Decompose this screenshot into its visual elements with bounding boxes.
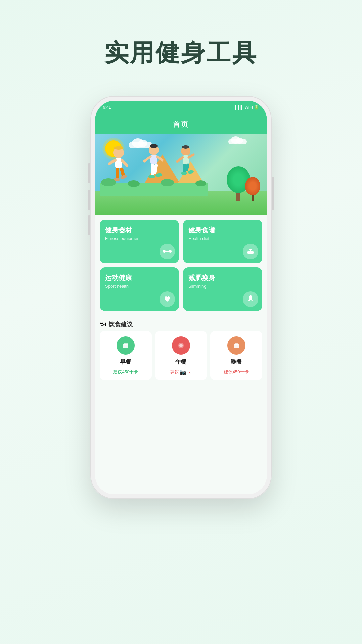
svg-point-43 bbox=[179, 344, 183, 347]
phone-outer: 9:41 ▌▌▌ WiFi 🔋 首页 bbox=[90, 96, 272, 499]
svg-point-34 bbox=[169, 250, 172, 253]
breakfast-kcal: 建议450千卡 bbox=[113, 369, 138, 375]
svg-point-31 bbox=[161, 179, 174, 186]
lunch-card[interactable]: 午餐 建议 📷 卡 bbox=[155, 331, 207, 380]
svg-rect-2 bbox=[116, 146, 121, 149]
svg-point-32 bbox=[195, 180, 206, 186]
svg-rect-41 bbox=[124, 343, 128, 345]
menu-grid: 健身器材 Fitness equipment bbox=[95, 215, 267, 316]
diet-section-icon: 🍽 bbox=[100, 321, 106, 328]
health-diet-title-zh: 健身食谱 bbox=[188, 226, 257, 235]
diet-section-title: 饮食建议 bbox=[108, 320, 133, 328]
sport-health-card[interactable]: 运动健康 Sport health bbox=[100, 267, 179, 311]
phone-mockup: 9:41 ▌▌▌ WiFi 🔋 首页 bbox=[90, 96, 272, 499]
sport-health-icon bbox=[160, 291, 175, 307]
fitness-equipment-icon bbox=[160, 244, 175, 259]
health-diet-title-en: Health diet bbox=[188, 236, 257, 241]
breakfast-name: 早餐 bbox=[120, 358, 131, 366]
svg-point-18 bbox=[155, 173, 162, 177]
breakfast-icon bbox=[117, 336, 135, 355]
sport-health-title-en: Sport health bbox=[105, 284, 174, 289]
slimming-icon bbox=[243, 291, 258, 307]
status-bar: 9:41 ▌▌▌ WiFi 🔋 bbox=[95, 101, 267, 114]
svg-point-20 bbox=[182, 145, 189, 149]
fitness-equipment-title-en: Fitness equipment bbox=[105, 236, 174, 241]
svg-rect-28 bbox=[100, 183, 208, 196]
svg-point-30 bbox=[128, 180, 140, 187]
time-label: 9:41 bbox=[103, 105, 111, 110]
dinner-kcal: 建议450千卡 bbox=[224, 369, 249, 375]
dinner-name: 晚餐 bbox=[231, 358, 242, 366]
lunch-camera-icon: 📷 bbox=[180, 369, 186, 375]
svg-rect-45 bbox=[235, 343, 238, 345]
app-header-title: 首页 bbox=[173, 119, 189, 129]
fitness-equipment-card[interactable]: 健身器材 Fitness equipment bbox=[100, 220, 179, 263]
svg-rect-38 bbox=[249, 249, 252, 250]
slimming-card[interactable]: 减肥瘦身 Slimming bbox=[183, 267, 262, 311]
svg-point-33 bbox=[163, 250, 166, 253]
svg-point-17 bbox=[148, 175, 155, 178]
lunch-icon bbox=[172, 336, 190, 355]
svg-point-26 bbox=[181, 172, 187, 175]
tree2-icon bbox=[245, 177, 260, 201]
lunch-kcal-prefix: 建议 bbox=[170, 369, 179, 375]
health-diet-card[interactable]: 健身食谱 Health diet bbox=[183, 220, 262, 263]
svg-rect-15 bbox=[151, 164, 154, 176]
phone-inner: 9:41 ▌▌▌ WiFi 🔋 首页 bbox=[95, 101, 267, 494]
cloud2-icon bbox=[228, 139, 247, 144]
svg-line-23 bbox=[189, 155, 193, 157]
diet-section-header: 🍽 饮食建议 bbox=[95, 316, 267, 331]
runners-illustration bbox=[100, 143, 208, 196]
svg-point-39 bbox=[250, 295, 252, 297]
sport-health-title-zh: 运动健康 bbox=[105, 273, 174, 282]
lunch-kcal-suffix: 卡 bbox=[187, 369, 191, 375]
diet-cards-grid: 早餐 建议450千卡 午餐 建议 bbox=[95, 331, 267, 387]
lunch-name: 午餐 bbox=[175, 358, 187, 366]
signal-label: ▌▌▌ WiFi 🔋 bbox=[235, 105, 259, 110]
svg-rect-6 bbox=[116, 168, 119, 179]
svg-line-4 bbox=[109, 160, 115, 164]
hero-banner bbox=[95, 134, 267, 215]
svg-rect-35 bbox=[165, 251, 169, 252]
dinner-icon bbox=[227, 336, 245, 355]
svg-line-14 bbox=[157, 157, 162, 160]
breakfast-card[interactable]: 早餐 建议450千卡 bbox=[100, 331, 152, 380]
svg-point-11 bbox=[150, 144, 158, 148]
svg-point-27 bbox=[187, 170, 194, 174]
page-title: 实用健身工具 bbox=[104, 37, 258, 69]
app-header: 首页 bbox=[95, 114, 267, 134]
svg-line-22 bbox=[177, 157, 183, 162]
svg-point-29 bbox=[101, 178, 116, 186]
svg-line-5 bbox=[122, 160, 127, 166]
slimming-title-zh: 减肥瘦身 bbox=[188, 273, 257, 282]
slimming-title-en: Slimming bbox=[188, 284, 257, 289]
lunch-kcal: 建议 📷 卡 bbox=[170, 369, 191, 375]
fitness-equipment-title-zh: 健身器材 bbox=[105, 226, 174, 235]
health-diet-icon bbox=[243, 244, 258, 259]
app-content[interactable]: 健身器材 Fitness equipment bbox=[95, 134, 267, 494]
dinner-card[interactable]: 晚餐 建议450千卡 bbox=[210, 331, 262, 380]
svg-line-13 bbox=[144, 157, 150, 161]
